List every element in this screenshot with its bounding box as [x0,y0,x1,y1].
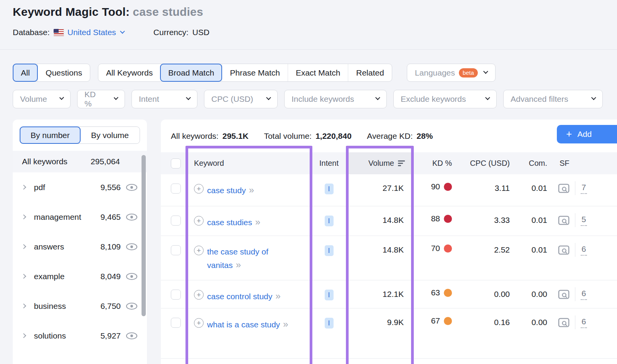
keyword-groups-sidebar: By number By volume All keywords 295,064… [13,120,147,364]
sidebar-group-item[interactable]: answers 8,109 [13,232,147,261]
database-label: Database: [13,28,50,37]
languages-dropdown[interactable]: Languages beta [407,64,496,82]
filter-label: Volume [20,94,47,104]
filter-dropdown[interactable]: CPC (USD) [204,90,278,108]
eye-icon[interactable] [126,273,138,280]
row-checkbox[interactable] [171,216,181,226]
chevron-right-icon[interactable] [21,185,26,190]
add-button[interactable]: + Add [557,125,617,143]
filter-label: KD % [84,90,101,108]
row-checkbox[interactable] [171,245,181,255]
table-header: Keyword Intent Volume KD % CPC (USD) Com… [161,152,617,174]
tab-match-type[interactable]: Broad Match [160,64,222,82]
tab-label: Questions [46,68,82,78]
select-all-checkbox[interactable] [171,158,181,169]
sort-toggle-option[interactable]: By number [20,126,81,144]
keyword-link[interactable]: case studies [207,218,252,227]
filter-dropdown[interactable]: Exclude keywords [393,90,497,108]
column-header-volume[interactable]: Volume [347,152,411,174]
filter-dropdown[interactable]: Intent [131,90,197,108]
keyword-link[interactable]: what is a case study [207,320,280,329]
kd-value: 70 [431,244,440,253]
group-count: 9,465 [100,212,121,222]
group-label: answers [34,242,64,251]
chevron-right-icon[interactable] [21,244,26,249]
chevron-down-icon [485,95,490,100]
tab-match-type[interactable]: Exact Match [288,64,348,81]
column-header-intent[interactable]: Intent [311,152,347,174]
tab-scope[interactable]: Questions [37,64,90,81]
expand-keyword-icon[interactable]: » [249,185,253,195]
sidebar-scrollbar[interactable] [142,155,146,316]
intent-badge: I [325,318,334,329]
filter-dropdown[interactable]: KD % [77,90,125,108]
tab-label: Related [356,68,384,78]
tab-scope[interactable]: All [13,64,38,82]
expand-keyword-icon[interactable]: » [255,217,260,227]
filter-dropdown[interactable]: Include keywords [284,90,387,108]
sf-count-link[interactable]: 5 [581,215,587,226]
database-select[interactable]: United States [67,28,124,37]
database-value: United States [67,28,116,37]
eye-icon[interactable] [126,213,138,221]
row-checkbox[interactable] [171,184,181,194]
sf-count-link[interactable]: 7 [581,183,587,194]
sidebar-group-item[interactable]: management 9,465 [13,202,147,232]
row-checkbox[interactable] [171,290,181,300]
chevron-right-icon[interactable] [21,333,26,338]
tab-match-type[interactable]: Related [348,64,391,81]
add-to-list-icon[interactable]: + [194,318,204,328]
page-title: Keyword Magic Tool: [13,5,130,18]
eye-icon[interactable] [126,332,138,340]
sidebar-group-item[interactable]: pdf 9,556 [13,172,147,202]
filter-label: Include keywords [292,94,354,104]
volume-value: 14.8K [347,236,411,254]
filter-label: CPC (USD) [211,94,253,104]
sidebar-group-item[interactable]: example 8,049 [13,261,147,291]
tab-label: Broad Match [168,68,214,78]
row-checkbox[interactable] [171,318,181,328]
expand-keyword-icon[interactable]: » [236,260,240,270]
chevron-down-icon [59,95,64,100]
tab-match-type[interactable]: All Keywords [98,64,160,81]
sf-count-link[interactable]: 6 [581,289,587,300]
chevron-right-icon[interactable] [21,274,26,279]
all-keywords-count: 295,064 [91,157,120,166]
add-to-list-icon[interactable]: + [194,290,204,300]
sf-count-link[interactable]: 6 [581,244,587,256]
keyword-link[interactable]: case study [207,186,246,195]
chevron-down-icon [483,69,488,74]
column-header-kd[interactable]: KD % [411,152,456,174]
sort-toggle-option[interactable]: By volume [80,127,140,143]
sf-count-link[interactable]: 6 [581,317,587,328]
chevron-right-icon[interactable] [21,214,26,219]
tab-match-type[interactable]: Phrase Match [222,64,288,81]
expand-keyword-icon[interactable]: » [283,319,287,329]
filter-dropdown[interactable]: Advanced filters [503,90,603,108]
column-header-sf[interactable]: SF [550,152,617,174]
kd-difficulty-dot [444,244,452,253]
sidebar-all-keywords-row[interactable]: All keywords 295,064 [13,151,147,172]
table-row: + what is a case study» I 9.9K 67 0.16 0… [161,308,617,359]
sf-divider [575,315,575,329]
group-count: 8,109 [100,242,121,251]
eye-icon[interactable] [126,243,138,251]
column-header-cpc[interactable]: CPC (USD) [456,152,514,174]
filter-label: Intent [139,94,159,104]
filter-dropdown[interactable]: Volume [13,90,71,108]
keyword-link[interactable]: case control study [207,292,272,301]
eye-icon[interactable] [126,184,138,191]
expand-keyword-icon[interactable]: » [275,291,280,301]
volume-value: 12.1K [347,280,411,299]
add-to-list-icon[interactable]: + [194,246,204,255]
sidebar-group-item[interactable]: solutions 5,927 [13,321,147,351]
cpc-value: 0.16 [456,308,514,327]
column-header-keyword[interactable]: Keyword [188,152,311,174]
sidebar-group-item[interactable]: business 6,750 [13,291,147,321]
add-to-list-icon[interactable]: + [194,184,204,194]
chevron-right-icon[interactable] [21,303,26,308]
com-value: 0.01 [514,206,550,225]
eye-icon[interactable] [126,302,138,310]
column-header-com[interactable]: Com. [514,152,550,174]
add-to-list-icon[interactable]: + [194,216,204,226]
